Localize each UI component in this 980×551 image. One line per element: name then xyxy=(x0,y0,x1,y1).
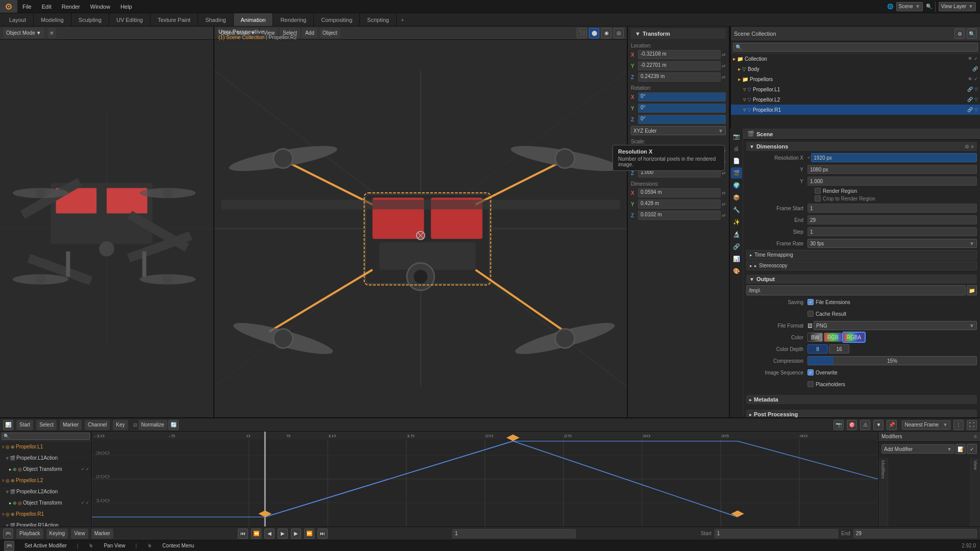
scene-selector[interactable]: Scene ▼ xyxy=(896,2,923,11)
data-props-btn[interactable]: 📊 xyxy=(731,253,742,264)
particles-props-btn[interactable]: ✨ xyxy=(731,216,742,228)
render-region-checkbox[interactable] xyxy=(815,188,821,194)
world-props-btn[interactable]: 🌍 xyxy=(731,180,742,191)
tab-animation[interactable]: Animation xyxy=(234,13,274,26)
dim-y-input[interactable]: 0.428 m xyxy=(638,199,721,209)
stereoscopy-header[interactable]: ▸ ▸ Stereoscopy xyxy=(746,261,977,270)
tab-scripting[interactable]: Scripting xyxy=(360,13,397,26)
rotation-y-input[interactable]: 0° xyxy=(638,104,726,113)
location-z-input[interactable]: 0.24239 m xyxy=(638,72,721,82)
center-viewport[interactable]: Object Mode ▼ View Select Add Object ⬛ ⬤… xyxy=(214,27,628,417)
color-depth-16-btn[interactable]: 16 xyxy=(829,344,849,354)
viewport-solid-btn[interactable]: ⬤ xyxy=(589,28,599,38)
output-header[interactable]: ▼ Output xyxy=(746,274,977,284)
fcurve-onion-btn[interactable]: 🎯 xyxy=(847,420,857,430)
object-props-btn[interactable]: 📦 xyxy=(731,192,742,203)
crop-render-checkbox[interactable] xyxy=(815,195,821,202)
frame-rate-dropdown[interactable]: 30 fps ▼ xyxy=(807,239,977,248)
fcurve-zoom-btn[interactable]: ⛶ xyxy=(967,420,977,430)
resolution-x-input[interactable]: 1920 px xyxy=(811,153,977,162)
physics-props-btn[interactable]: 🔬 xyxy=(731,229,742,240)
current-frame-input[interactable]: 1 xyxy=(452,529,576,538)
view-layer-props-btn[interactable]: 📄 xyxy=(731,155,742,166)
outliner-item-body[interactable]: ▸ ▽ Body 🔗 xyxy=(731,64,980,74)
rotation-x-input[interactable]: 0° xyxy=(638,92,726,102)
jump-to-start-btn[interactable]: ⏮ xyxy=(238,529,248,539)
modifier-props-btn[interactable]: 🔧 xyxy=(731,204,742,215)
main-3d-viewport[interactable] xyxy=(214,40,627,417)
normalize-btn[interactable]: Normalize xyxy=(138,420,167,430)
render-menu[interactable]: Render xyxy=(57,0,85,13)
next-frame-btn[interactable]: ⏩ xyxy=(304,529,314,539)
file-extensions-checkbox[interactable] xyxy=(807,299,814,305)
edit-menu[interactable]: Edit xyxy=(37,0,57,13)
viewport-shading-btn[interactable]: ⬛ xyxy=(577,28,587,38)
left-viewport-canvas[interactable] xyxy=(0,40,213,417)
add-modifier-dropdown[interactable]: Add Modifier ▼ xyxy=(881,444,954,454)
constraints-props-btn[interactable]: 🔗 xyxy=(731,241,742,252)
modifier-script-btn[interactable]: 📝 xyxy=(955,444,966,454)
modifiers-tab[interactable]: Modifiers xyxy=(878,458,888,527)
prev-frame-btn[interactable]: ⏪ xyxy=(251,529,261,539)
window-menu[interactable]: Window xyxy=(85,0,115,13)
fcurve-pin-btn[interactable]: 📌 xyxy=(887,420,897,430)
tab-compositing[interactable]: Compositing xyxy=(314,13,360,26)
next-keyframe-btn[interactable]: ▶ xyxy=(291,529,301,539)
fcurve-graph[interactable]: 300 200 100 -10 -5 0 5 10 15 20 25 30 35… xyxy=(92,432,878,527)
tab-sculpting[interactable]: Sculpting xyxy=(71,13,109,26)
jump-to-end-btn[interactable]: ⏭ xyxy=(317,529,328,539)
location-x-input[interactable]: -0.32108 m xyxy=(638,50,721,59)
material-props-btn[interactable]: 🎨 xyxy=(731,265,742,277)
normalize-refresh-btn[interactable]: 🔄 xyxy=(168,420,179,430)
dim-x-input[interactable]: 0.0594 m xyxy=(638,188,721,197)
overwrite-checkbox[interactable] xyxy=(807,369,814,375)
tab-texture-paint[interactable]: Texture Paint xyxy=(151,13,198,26)
marker-menu[interactable]: Marker xyxy=(91,529,113,539)
tab-shading[interactable]: Shading xyxy=(198,13,233,26)
frame-step-input[interactable]: 1 xyxy=(807,227,977,236)
frame-start-input[interactable]: 1 xyxy=(807,204,977,213)
keying-menu[interactable]: Keying xyxy=(46,529,68,539)
timeline-channel-menu[interactable]: Channel xyxy=(85,420,110,430)
scale-y-input[interactable]: 1.000 xyxy=(807,177,977,186)
viewport-render-btn[interactable]: ◎ xyxy=(614,28,624,38)
fcurve-filter-btn[interactable]: ▼ xyxy=(873,420,884,430)
output-props-btn[interactable]: 🖨 xyxy=(731,143,742,154)
track-propellor-l2[interactable]: ▿ ◎ ⊕ Propellor.L2 xyxy=(0,475,91,486)
frame-end-input[interactable]: 29 xyxy=(807,215,977,224)
time-remapping-header[interactable]: ▸ Time Remapping xyxy=(746,250,977,260)
timeline-view-btn[interactable]: 📊 xyxy=(3,420,13,430)
play-btn[interactable]: ▶ xyxy=(278,529,288,539)
outliner-item-collection[interactable]: ▸ 📁 Collection 👁 ✓ xyxy=(731,54,980,64)
timeline-view-menu[interactable]: Start xyxy=(16,420,33,430)
start-frame-input[interactable]: 1 xyxy=(715,529,838,538)
output-path-folder-btn[interactable]: 📁 xyxy=(967,285,977,295)
track-propellor-l2-action[interactable]: ▿ 🎬 Propellor.L2Action xyxy=(0,486,91,497)
fcurve-snap-btn[interactable]: 📷 xyxy=(834,420,844,430)
modifier-apply-btn[interactable]: ✓ xyxy=(967,444,977,454)
track-object-transform-1[interactable]: ▸ ⊕ ◎ Object Transform ✓ ✓ xyxy=(0,464,91,475)
post-processing-header[interactable]: ▸ Post Processing xyxy=(746,410,977,417)
resolution-y-input[interactable]: 1080 px xyxy=(807,165,977,174)
timeline-key-menu[interactable]: Key xyxy=(113,420,128,430)
location-y-input[interactable]: -0.22701 m xyxy=(638,61,721,70)
track-object-transform-2[interactable]: ▸ ⊕ ◎ Object Transform ✓ ✓ xyxy=(0,497,91,509)
transform-panel-header[interactable]: ▼ Transform xyxy=(631,29,726,39)
interpolation-dropdown[interactable]: Nearest Frame ▼ xyxy=(902,420,950,430)
object-mode-dropdown[interactable]: Object Mode ▼ xyxy=(3,28,44,38)
dim-z-input[interactable]: 0.0102 m xyxy=(638,211,721,220)
outliner-item-propellor-l1[interactable]: ▿ ▽ Propellor.L1 🔗 ▽ xyxy=(731,84,980,94)
outliner-search[interactable] xyxy=(733,43,978,52)
track-search[interactable] xyxy=(2,433,90,440)
color-rgba-btn[interactable]: RGBA xyxy=(843,333,865,342)
track-propellor-l1-action[interactable]: ▿ 🎬 Propellor.L1Action xyxy=(0,453,91,464)
file-format-dropdown[interactable]: PNG ▼ xyxy=(814,321,977,330)
end-frame-input[interactable]: 29 xyxy=(853,529,977,538)
fcurve-extra-btn[interactable]: ⋮ xyxy=(953,420,964,430)
cache-result-checkbox[interactable] xyxy=(807,311,814,317)
compression-slider[interactable]: 15% xyxy=(807,356,977,365)
outliner-filter-btn[interactable]: ⚙ xyxy=(954,29,965,39)
render-props-btn[interactable]: 📷 xyxy=(731,131,742,142)
outliner-item-propellors[interactable]: ▸ 📁 Propellors 👁 ✓ xyxy=(731,74,980,84)
tab-uv-editing[interactable]: UV Editing xyxy=(109,13,151,26)
